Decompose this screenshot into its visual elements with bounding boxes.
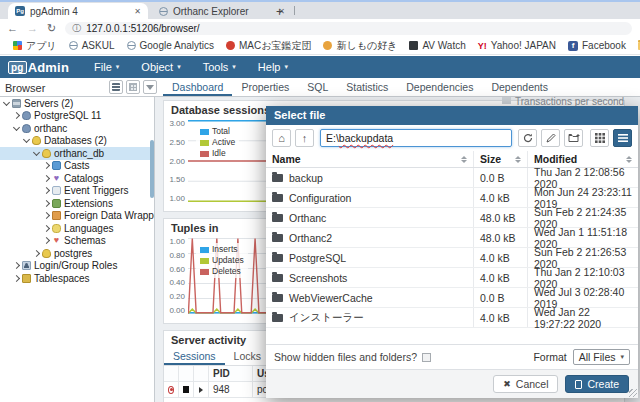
tab-properties[interactable]: Properties <box>232 78 298 96</box>
terminate-cell[interactable] <box>164 382 179 397</box>
menu-file[interactable]: File▾ <box>83 56 130 78</box>
rename-button[interactable] <box>541 129 560 147</box>
sort-icon[interactable] <box>626 156 632 163</box>
tree-item-orthanc[interactable]: orthanc <box>0 122 154 135</box>
tree-item-schemas[interactable]: Schemas <box>0 235 154 248</box>
chevron-down-icon[interactable] <box>13 124 20 131</box>
back-icon[interactable]: ← <box>7 23 18 34</box>
tab-sql[interactable]: SQL <box>298 78 337 96</box>
chevron-down-icon[interactable] <box>23 136 30 143</box>
legend-entry: Idle <box>200 148 235 159</box>
tree-item-label: Extensions <box>64 198 113 209</box>
cancel-cell[interactable] <box>179 382 194 397</box>
tab-dependents[interactable]: Dependents <box>482 78 557 96</box>
list-view-button[interactable] <box>613 129 632 147</box>
tree-scrollbar-thumb[interactable] <box>150 140 154 198</box>
home-button[interactable]: ⌂ <box>272 129 291 147</box>
cancel-query-icon[interactable] <box>183 386 189 393</box>
bookmark-item[interactable]: 新しもの好き <box>317 39 403 53</box>
tab-close-icon[interactable]: ✕ <box>134 7 141 16</box>
file-modified: Mon Jun 24 23:23:11 2019 <box>528 188 638 207</box>
file-row[interactable]: インストーラー4.0 kBWed Jan 22 19:27:22 2020 <box>266 308 638 328</box>
menu-tools[interactable]: Tools▾ <box>192 56 247 78</box>
reload-icon[interactable]: ↻ <box>47 23 56 34</box>
tree-item-servers-2-[interactable]: Servers (2) <box>0 97 154 110</box>
tab-dependencies[interactable]: Dependencies <box>397 78 482 96</box>
up-directory-button[interactable]: ↑ <box>295 129 314 147</box>
filter-button[interactable] <box>143 80 157 94</box>
create-button[interactable]: Create <box>565 375 629 393</box>
chevron-right-icon[interactable] <box>43 162 50 169</box>
chevron-right-icon[interactable] <box>33 250 40 257</box>
page-info-icon[interactable]: ⓘ <box>72 22 81 35</box>
tree-item-databases-2-[interactable]: Databases (2) <box>0 135 154 148</box>
chevron-right-icon[interactable] <box>43 175 50 182</box>
sort-icon[interactable] <box>515 156 521 163</box>
column-header-name[interactable]: Name <box>266 151 474 167</box>
bookmark-item[interactable]: Google Analytics <box>121 40 221 51</box>
tree-item-label: Schemas <box>64 235 106 246</box>
folder-icon <box>272 274 283 282</box>
chevron-right-icon[interactable] <box>43 187 50 194</box>
browser-tab[interactable]: Orthanc Explorer✕ <box>152 3 292 19</box>
menu-help[interactable]: Help▾ <box>247 56 299 78</box>
tree-item-login-group-roles[interactable]: Login/Group Roles <box>0 260 154 273</box>
bookmark-item[interactable]: アプリ <box>7 39 63 53</box>
tree-item-languages[interactable]: Languages <box>0 222 154 235</box>
database-icon <box>112 83 120 91</box>
object-types-button[interactable] <box>109 80 123 94</box>
activity-tab-sessions[interactable]: Sessions <box>164 348 225 365</box>
new-tab-button[interactable]: + <box>276 5 283 19</box>
chevron-right-icon[interactable] <box>43 225 50 232</box>
terminate-session-icon[interactable] <box>168 386 174 394</box>
bookmark-item[interactable]: MACお宝鑑定団 <box>220 39 317 53</box>
expand-row-icon[interactable] <box>199 387 203 393</box>
resize-handle[interactable] <box>629 389 637 397</box>
tree-item-postgres[interactable]: postgres <box>0 247 154 260</box>
show-hidden-checkbox[interactable] <box>422 353 431 362</box>
column-header-modified[interactable]: Modified <box>528 151 638 167</box>
browser-tab[interactable]: PgpgAdmin 4✕ <box>8 3 148 19</box>
chevron-right-icon[interactable] <box>43 237 50 244</box>
tree-item-casts[interactable]: Casts <box>0 160 154 173</box>
chevron-down-icon[interactable] <box>3 99 10 106</box>
chevron-right-icon[interactable] <box>13 112 20 119</box>
chevron-right-icon[interactable] <box>13 275 20 282</box>
expand-cell[interactable] <box>194 382 209 397</box>
tab-dashboard[interactable]: Dashboard <box>163 78 232 96</box>
bookmark-item[interactable]: one click <box>632 40 640 51</box>
menu-object[interactable]: Object▾ <box>130 56 191 78</box>
tree-item-foreign-data-wrappers[interactable]: Foreign Data Wrappers <box>0 210 154 223</box>
new-folder-button[interactable] <box>564 129 583 147</box>
chevron-right-icon[interactable] <box>43 200 50 207</box>
bookmark-item[interactable]: AV Watch <box>403 40 471 51</box>
chevron-right-icon[interactable] <box>43 212 50 219</box>
grid-view-button[interactable] <box>590 129 609 147</box>
cancel-button[interactable]: ✖ Cancel <box>493 375 558 393</box>
file-name-cell: Configuration <box>266 188 474 207</box>
address-bar[interactable]: ⓘ 127.0.0.1:51206/browser/ <box>65 22 632 35</box>
chevron-down-icon[interactable] <box>33 149 40 156</box>
column-header-size[interactable]: Size <box>474 151 528 167</box>
tree-item-tablespaces[interactable]: Tablespaces <box>0 272 154 285</box>
tree-item-event-triggers[interactable]: Event Triggers <box>0 185 154 198</box>
tab-statistics[interactable]: Statistics <box>337 78 397 96</box>
path-input[interactable]: E:\backupdata <box>320 129 512 147</box>
properties-grid-button[interactable] <box>126 80 140 94</box>
sort-icon[interactable] <box>461 156 467 163</box>
bookmark-item[interactable]: ASKUL <box>63 40 121 51</box>
file-modified: Thu Jan 2 12:08:56 2020 <box>528 168 638 187</box>
tablespaces-icon <box>22 274 31 283</box>
server-icon <box>12 99 21 108</box>
tree-item-postgresql-11[interactable]: PostgreSQL 11 <box>0 110 154 123</box>
chevron-right-icon[interactable] <box>13 262 20 269</box>
tree-item-catalogs[interactable]: Catalogs <box>0 172 154 185</box>
format-select[interactable]: All Files ▾ <box>573 349 630 365</box>
bookmark-item[interactable]: fFacebook <box>562 40 632 51</box>
tree-item-extensions[interactable]: Extensions <box>0 197 154 210</box>
refresh-button[interactable] <box>518 129 537 147</box>
tree-item-orthanc-db[interactable]: orthanc_db <box>0 147 154 160</box>
forward-icon[interactable]: → <box>27 23 38 34</box>
bookmark-item[interactable]: Y!Yahoo! JAPAN <box>472 40 562 51</box>
activity-tab-locks[interactable]: Locks <box>225 348 270 365</box>
